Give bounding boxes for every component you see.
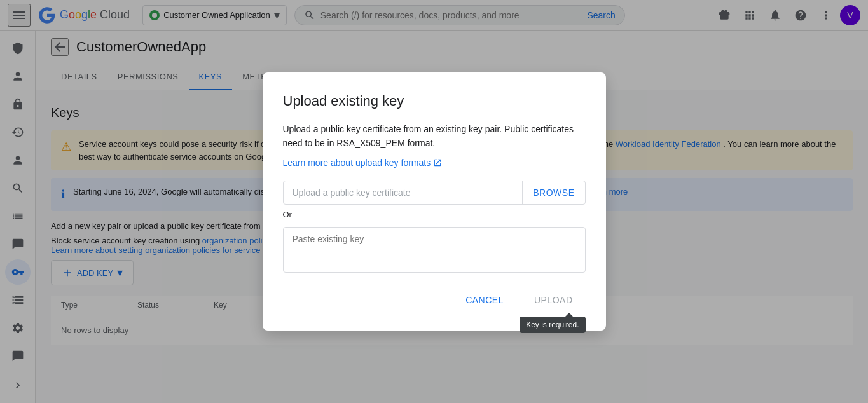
- upload-key-modal: Upload existing key Upload a public key …: [263, 72, 606, 331]
- modal-title: Upload existing key: [283, 93, 586, 109]
- modal-overlay[interactable]: Upload existing key Upload a public key …: [0, 0, 868, 403]
- cancel-button[interactable]: CANCEL: [453, 290, 516, 310]
- modal-actions: CANCEL UPLOAD Key is required.: [283, 290, 586, 310]
- external-link-icon: [433, 158, 442, 167]
- key-required-tooltip: Key is required.: [520, 317, 585, 333]
- learn-more-formats-link[interactable]: Learn more about upload key formats: [283, 158, 443, 168]
- paste-key-textarea[interactable]: [283, 227, 586, 273]
- or-divider: Or: [283, 210, 586, 219]
- upload-button[interactable]: UPLOAD: [521, 290, 586, 310]
- file-input-placeholder: Upload a public key certificate: [284, 181, 523, 204]
- modal-description: Upload a public key certificate from an …: [283, 122, 586, 151]
- browse-button[interactable]: BROWSE: [522, 181, 584, 204]
- file-upload-row: Upload a public key certificate BROWSE: [283, 181, 586, 205]
